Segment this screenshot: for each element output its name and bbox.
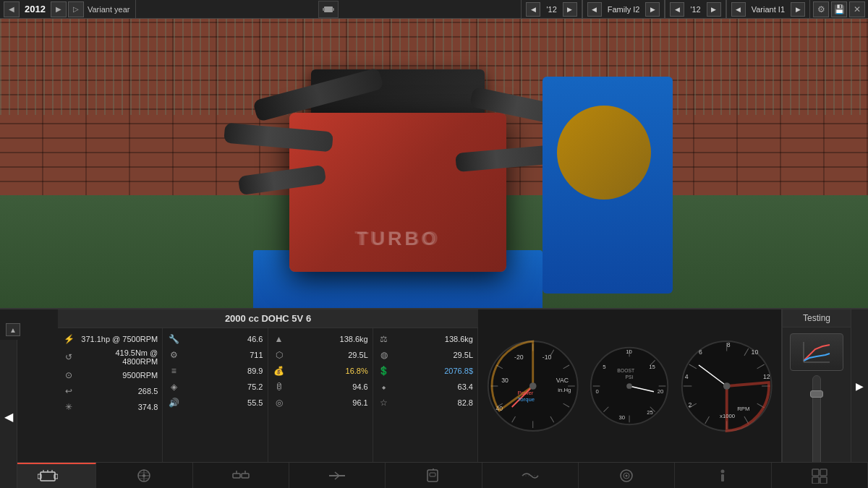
stats-section: 2000 cc DOHC 5V 6 ⚡ 371.1hp @ 7500RPM ↺ … [58,309,478,462]
collapse-panel-btn[interactable]: ▲ [6,323,20,336]
c3-v5: 96.1 [289,398,368,407]
stat-row: ⚡ 371.1hp @ 7500RPM [62,331,158,347]
power-torque-gauge-svg: 40 30 -20 -10 VAC in.Hg Power Torque [484,335,582,437]
stat4-icon: ✳ [62,401,75,414]
svg-text:12: 12 [763,373,770,380]
variant-year-nav: ◀ '12 ▶ [665,0,726,18]
svg-rect-105 [812,469,819,476]
family-next-btn[interactable]: ▶ [563,2,577,17]
svg-point-43 [627,383,633,389]
variant-prev-btn[interactable]: ◀ [731,2,746,17]
family-name-next-btn[interactable]: ▶ [645,2,660,17]
stats-col-4: ⚖ 138.6kg ◍ 29.5L 💲 2076.8$ ⬥ 63.4 ☆ [373,328,478,462]
c3-v1: 138.6kg [289,335,368,343]
svg-text:PSI: PSI [626,374,634,380]
c2-v4: 75.2 [183,382,263,391]
diamond2-icon: ⬥ [378,380,391,393]
c3-v2: 29.5L [289,351,368,359]
svg-rect-104 [721,474,724,481]
settings-group: ⚙ 💾 ✕ [810,1,868,17]
svg-text:BOOST: BOOST [618,367,635,372]
family-name-prev-btn[interactable]: ◀ [587,2,602,17]
tab-info[interactable] [675,463,771,488]
tab-aspiration[interactable] [579,463,675,488]
boost-gauge: 0 5 10 15 20 25 30 BOOST PSI [587,343,671,429]
stat3-value: 268.5 [78,387,158,395]
family-name-group: ◀ Family I2 ▶ [582,0,665,18]
tab-extra[interactable] [772,463,868,488]
c3-v3: 16.8% [289,367,368,375]
panel-left-nav[interactable]: ◀ [0,340,17,488]
settings-gear-btn[interactable]: ⚙ [813,1,829,17]
variant-year-label: Variant year [85,5,133,14]
tab-valvetrain[interactable] [193,463,289,488]
year2-label: '12 [543,5,559,14]
svg-rect-107 [812,477,819,484]
c4-v2: 29.5L [393,351,473,359]
engine-icon-btn[interactable] [318,1,339,18]
sound-icon: 🔊 [167,396,180,409]
svg-rect-77 [41,472,55,481]
year-add-btn[interactable]: ▷ [68,1,84,17]
svg-text:8: 8 [726,341,730,348]
throttle-slider-track[interactable] [812,375,821,469]
svg-text:4: 4 [684,373,688,380]
weight-icon: ▲ [273,333,286,346]
tab-fuel[interactable] [386,463,482,488]
family-prev-btn[interactable]: ◀ [526,2,540,17]
svg-text:6: 6 [699,348,702,356]
svg-point-22 [529,382,537,390]
svg-text:-10: -10 [542,354,552,361]
year-prev-btn[interactable]: ◀ [4,1,20,17]
year-next-btn[interactable]: ▶ [51,1,67,17]
stat-row: 🔊 55.5 [167,395,263,411]
svg-rect-1 [323,8,325,11]
stat-row: ⬡ 29.5L [273,347,368,363]
svg-text:VAC: VAC [556,377,569,384]
throttle-slider-thumb[interactable] [810,390,823,398]
save-btn[interactable]: 💾 [831,1,847,17]
max-rpm-value: 9500RPM [78,371,158,380]
stats-grid: ⚡ 371.1hp @ 7500RPM ↺ 419.5Nm @ 4800RPM … [58,328,478,462]
svg-rect-2 [332,8,334,11]
year-section: ◀ 2012 ▶ ▷ Variant year [0,0,136,18]
year3-label: '12 [687,5,703,14]
svg-rect-90 [242,474,249,478]
tab-head[interactable] [96,463,192,488]
stats-col-2: 🔧 46.6 ⚙ 711 ≡ 89.9 ◈ 75.2 🔊 55.5 [163,328,268,462]
family-label: Family I2 [605,5,643,14]
dyno-drum [557,106,651,200]
panel-right-nav[interactable]: ▶ [851,309,868,462]
c4-v1: 138.6kg [393,335,473,343]
c4-v5: 82.8 [393,398,473,407]
bottom-tabs [0,462,868,488]
graph-btn[interactable] [790,333,843,371]
bottom-panel: 2000 cc DOHC 5V 6 ⚡ 371.1hp @ 7500RPM ↺ … [0,308,868,462]
stat-row: ▲ 138.6kg [273,331,368,347]
c3-v4: 94.6 [289,382,368,391]
svg-text:25: 25 [647,408,654,415]
variant-year-next-btn[interactable]: ▶ [707,2,721,17]
family-nav-group: ◀ '12 ▶ [521,0,582,18]
boost-gauge-svg: 0 5 10 15 20 25 30 BOOST PSI [587,343,671,429]
close-btn[interactable]: ✕ [849,1,865,17]
lines-icon: ≡ [167,364,180,377]
stat-row: ☆ 82.8 [378,395,473,411]
svg-point-103 [721,469,725,473]
svg-rect-0 [324,7,333,12]
variant-year-prev-btn[interactable]: ◀ [670,2,684,17]
diamond-icon: ◈ [167,380,180,393]
svg-rect-97 [430,473,435,476]
testing-panel: Testing [782,309,851,462]
svg-text:30: 30 [619,414,626,421]
stat-row: ◈ 75.2 [167,379,263,395]
tab-exhaust[interactable] [482,463,579,488]
svg-rect-108 [820,477,827,484]
tab-induction[interactable] [289,463,386,488]
svg-point-86 [142,474,145,477]
stat-row: ◍ 29.5L [378,347,473,363]
svg-text:Power: Power [517,389,533,395]
stats-col-3: ▲ 138.6kg ⬡ 29.5L 💰 16.8% 🛢 94.6 ◎ 9 [268,328,373,462]
variant-next-btn[interactable]: ▶ [791,2,805,17]
variant-nav-group: ◀ Variant I1 ▶ [726,0,810,18]
